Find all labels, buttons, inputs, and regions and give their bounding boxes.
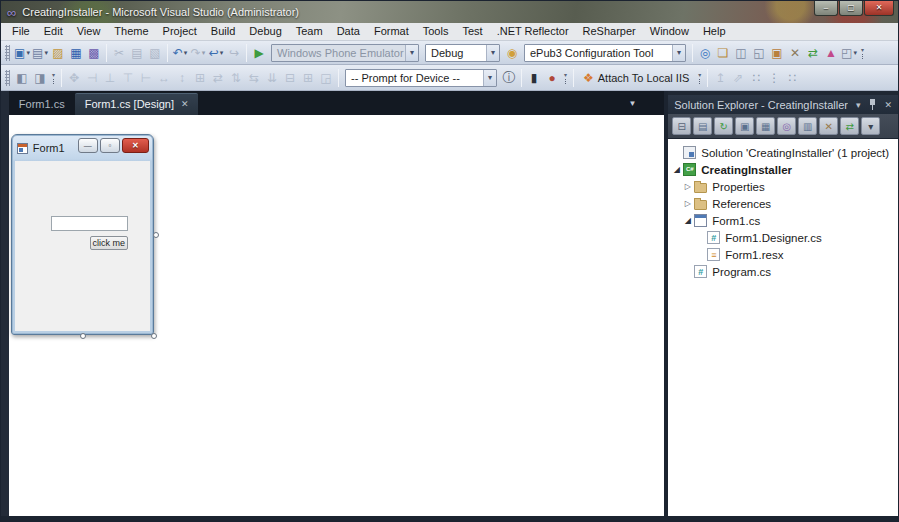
bring-to-front-icon[interactable]: ⊟ xyxy=(281,68,299,87)
space-across-icon[interactable]: ⇄ xyxy=(209,68,227,87)
tree-item-project[interactable]: CreatingInstaller xyxy=(668,161,898,178)
toolbar-overflow-icon[interactable] xyxy=(695,69,704,87)
code-view-icon[interactable]: ▣ xyxy=(735,117,754,135)
pin-icon[interactable] xyxy=(869,99,876,110)
cascade-windows-icon[interactable]: ◱ xyxy=(750,43,768,62)
toolbar-overflow-icon[interactable]: ▾ xyxy=(861,117,880,135)
chevron-down-icon[interactable] xyxy=(486,45,499,61)
toolbar-overflow-icon[interactable] xyxy=(49,69,58,87)
deploy-settings-icon[interactable]: ◉ xyxy=(503,43,521,62)
form1-textbox[interactable] xyxy=(51,216,128,231)
tab-form1-cs[interactable]: Form1.cs xyxy=(9,94,75,115)
tree-item-form1-designer[interactable]: Form1.Designer.cs xyxy=(668,229,898,246)
same-size-icon[interactable]: ⊞ xyxy=(191,68,209,87)
remove-space-icon[interactable]: ⇆ xyxy=(245,68,263,87)
find-in-files-icon[interactable]: ◎ xyxy=(696,43,714,62)
designer-view-icon[interactable]: ▦ xyxy=(756,117,775,135)
panel-close-icon[interactable]: ✕ xyxy=(884,100,892,110)
menu-item[interactable]: .NET Reflector xyxy=(490,23,576,40)
attach-to-local-iis-button[interactable]: ❖ Attach To Local IIS xyxy=(577,68,695,88)
cut-icon[interactable]: ✂ xyxy=(110,43,128,62)
performance-icon[interactable]: ▲ xyxy=(822,43,840,62)
dock-window-icon[interactable]: ◨ xyxy=(31,68,49,87)
align-tops-icon[interactable]: ⊤ xyxy=(119,68,137,87)
form-maximize-button[interactable]: ▫ xyxy=(100,138,120,153)
menu-item[interactable]: Debug xyxy=(242,23,288,40)
menu-item[interactable]: Build xyxy=(204,23,242,40)
project-tools-icon[interactable]: ✕ xyxy=(819,117,838,135)
minimize-button[interactable]: – xyxy=(814,1,838,16)
toolbar-grip[interactable] xyxy=(5,45,10,61)
marketplace-icon[interactable]: ● xyxy=(543,68,561,87)
zune-device-icon[interactable]: ▮ xyxy=(525,68,543,87)
tree-item-form1[interactable]: Form1.cs xyxy=(668,212,898,229)
same-width-icon[interactable]: ↔ xyxy=(155,68,173,87)
indent-list-icon[interactable]: ⋮ xyxy=(765,68,783,87)
chevron-down-icon[interactable] xyxy=(405,45,418,61)
menu-item[interactable]: Test xyxy=(455,23,489,40)
resize-handle-right[interactable] xyxy=(153,232,159,238)
tree-expander-icon[interactable] xyxy=(671,165,682,174)
show-all-files-icon[interactable]: ▤ xyxy=(693,117,712,135)
tab-form1-cs-design[interactable]: Form1.cs [Design] ✕ xyxy=(75,93,199,115)
save-all-icon[interactable]: ▩ xyxy=(85,43,103,62)
menu-item[interactable]: ReSharper xyxy=(576,23,643,40)
menu-item[interactable]: View xyxy=(70,23,108,40)
toolbox-icon[interactable]: ◰ xyxy=(840,43,858,62)
sync-with-active-icon[interactable]: ⇄ xyxy=(840,117,859,135)
format-list-icon[interactable]: ∷ xyxy=(747,68,765,87)
navigate-bookmark-icon[interactable]: ⇗ xyxy=(729,68,747,87)
menu-item[interactable]: Format xyxy=(367,23,416,40)
package-icon[interactable]: ▣ xyxy=(768,43,786,62)
tree-item-program[interactable]: Program.cs xyxy=(668,263,898,280)
publish-icon[interactable]: ↥ xyxy=(711,68,729,87)
tab-list-dropdown-icon[interactable]: ▼ xyxy=(628,99,636,108)
menu-item[interactable]: Help xyxy=(696,23,733,40)
align-lefts-icon[interactable]: ⊣ xyxy=(83,68,101,87)
menu-item[interactable]: Team xyxy=(289,23,330,40)
window-position-dropdown-icon[interactable]: ▾ xyxy=(856,100,861,110)
align-centers-icon[interactable]: ⊥ xyxy=(101,68,119,87)
resize-handle-bottom[interactable] xyxy=(80,333,86,339)
undo-icon[interactable]: ↶ xyxy=(171,43,189,62)
select-pointer-icon[interactable]: ✥ xyxy=(65,68,83,87)
toolbar-overflow-icon[interactable] xyxy=(561,69,570,87)
tree-expander-icon[interactable] xyxy=(682,182,693,191)
form1-click-me-button[interactable]: click me xyxy=(90,236,128,250)
menu-item[interactable]: Theme xyxy=(107,23,155,40)
navigate-backward-icon[interactable]: ↩ xyxy=(207,43,225,62)
send-to-back-icon[interactable]: ⊞ xyxy=(299,68,317,87)
tree-item-form1-resx[interactable]: Form1.resx xyxy=(668,246,898,263)
refresh-icon[interactable]: ↻ xyxy=(714,117,733,135)
collapse-all-icon[interactable]: ⊟ xyxy=(672,117,691,135)
tab-order-icon[interactable]: ◲ xyxy=(317,68,335,87)
new-window-icon[interactable]: ◫ xyxy=(732,43,750,62)
form-minimize-button[interactable]: — xyxy=(78,138,98,153)
menu-item[interactable]: File xyxy=(5,23,37,40)
menu-item[interactable]: Edit xyxy=(37,23,70,40)
device-combo[interactable]: -- Prompt for Device -- xyxy=(345,69,497,87)
tree-item-references[interactable]: References xyxy=(668,195,898,212)
toolbar-overflow-icon[interactable] xyxy=(858,44,867,62)
open-file-icon[interactable]: ▨ xyxy=(49,43,67,62)
chevron-down-icon[interactable] xyxy=(483,70,496,86)
start-debug-icon[interactable]: ▶ xyxy=(250,43,268,62)
new-project-icon[interactable]: ▣ xyxy=(13,43,31,62)
form1-designer-window[interactable]: Form1 — ▫ ✕ click me xyxy=(11,134,154,335)
save-icon[interactable]: ▦ xyxy=(67,43,85,62)
device-info-icon[interactable]: ⓘ xyxy=(500,68,518,87)
chevron-down-icon[interactable] xyxy=(672,45,685,61)
class-view-icon[interactable]: ◎ xyxy=(777,117,796,135)
maximize-button[interactable]: ▢ xyxy=(839,1,863,16)
tree-item-solution[interactable]: Solution 'CreatingInstaller' (1 project) xyxy=(668,144,898,161)
tree-expander-icon[interactable] xyxy=(682,199,693,208)
sync-icon[interactable]: ⇄ xyxy=(804,43,822,62)
resize-handle-corner[interactable] xyxy=(151,333,157,339)
copy-icon[interactable]: ▤ xyxy=(128,43,146,62)
add-item-icon[interactable]: ▤ xyxy=(31,43,49,62)
title-bar[interactable]: ∞ CreatingInstaller - Microsoft Visual S… xyxy=(1,1,898,23)
same-height-icon[interactable]: ↕ xyxy=(173,68,191,87)
build-tools-icon[interactable]: ✕ xyxy=(786,43,804,62)
toolbar-grip[interactable] xyxy=(5,70,10,86)
menu-item[interactable]: Window xyxy=(643,23,696,40)
